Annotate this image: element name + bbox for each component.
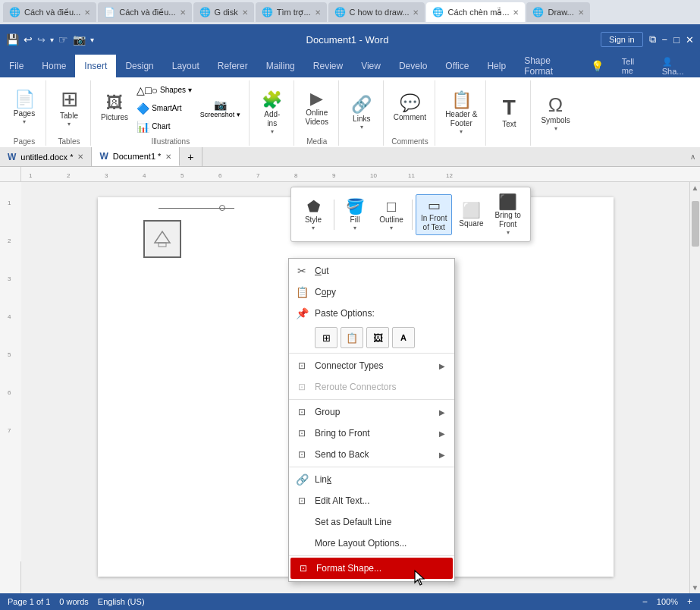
cm-set-default[interactable]: Set as Default Line bbox=[289, 511, 454, 533]
restore-icon[interactable]: ⧉ bbox=[649, 33, 656, 46]
tab-design[interactable]: Design bbox=[116, 55, 162, 77]
ribbon-links-button[interactable]: 🔗 Links ▾ bbox=[345, 94, 378, 133]
browser-tab-5[interactable]: 🌐 C how to draw... ✕ bbox=[328, 2, 425, 22]
paste-opt-1[interactable]: ⊞ bbox=[315, 327, 337, 348]
paste-opt-4[interactable]: A bbox=[392, 327, 415, 348]
tab-insert[interactable]: Insert bbox=[75, 55, 116, 77]
cm-arrow-7: ▶ bbox=[439, 451, 445, 459]
square-wrap-button[interactable]: ⬜ Square bbox=[454, 199, 488, 231]
ribbon-pages-button[interactable]: 📄 Pages ▾ bbox=[8, 89, 41, 127]
close-doc-2[interactable]: ✕ bbox=[165, 152, 171, 161]
paste-opt-2[interactable]: 📋 bbox=[341, 327, 363, 348]
cm-link[interactable]: 🔗 Link bbox=[289, 469, 454, 490]
fill-button[interactable]: 🪣 Fill ▾ bbox=[337, 195, 372, 234]
tab-mailing[interactable]: Mailing bbox=[257, 55, 304, 77]
tab-view[interactable]: View bbox=[352, 55, 390, 77]
doc-tab-new[interactable]: + bbox=[180, 147, 202, 166]
browser-tab-2[interactable]: 📄 Cách và điều... ✕ bbox=[98, 2, 191, 22]
ribbon-shapes-button[interactable]: △□○ Shapes ▾ bbox=[133, 82, 195, 99]
lightbulb-icon[interactable]: 💡 bbox=[582, 55, 613, 77]
bring-to-front-toolbar-button[interactable]: ⬛ Bring toFront ▾ bbox=[490, 190, 525, 238]
save-icon[interactable]: 💾 bbox=[6, 33, 19, 46]
vertical-scrollbar[interactable]: ▲ ▼ bbox=[689, 182, 700, 593]
tab-shape-format[interactable]: Shape Format bbox=[515, 55, 582, 77]
cm-edit-alt[interactable]: ⊡ Edit Alt Text... bbox=[289, 490, 454, 511]
zoom-out-icon[interactable]: − bbox=[642, 596, 648, 607]
close-tab-3[interactable]: ✕ bbox=[242, 8, 248, 17]
ribbon-symbols-button[interactable]: Ω Symbols ▾ bbox=[537, 93, 573, 134]
close-tab-6[interactable]: ✕ bbox=[513, 8, 519, 17]
ribbon-text-button[interactable]: T Text bbox=[492, 95, 526, 131]
ribbon-screenshot-button[interactable]: 📷 Screenshot ▾ bbox=[196, 96, 244, 121]
collapse-ribbon-icon[interactable]: ∧ bbox=[686, 152, 700, 161]
style-button[interactable]: ⬟ Style ▾ bbox=[296, 195, 331, 234]
redo-icon[interactable]: ↪ bbox=[37, 34, 46, 46]
minimize-icon[interactable]: − bbox=[662, 34, 668, 46]
ribbon-comment-button[interactable]: 💬 Comment bbox=[390, 93, 430, 124]
cm-send-to-back[interactable]: ⊡ Send to Back ▶ bbox=[289, 444, 454, 465]
ribbon-smartart-button[interactable]: 🔷 SmartArt bbox=[133, 100, 195, 117]
browser-tab-3[interactable]: 🌐 G disk ✕ bbox=[193, 2, 254, 22]
cm-format-shape[interactable]: ⊡ Format Shape... bbox=[290, 558, 453, 579]
close-tab-4[interactable]: ✕ bbox=[315, 8, 321, 17]
close-tab-2[interactable]: ✕ bbox=[180, 8, 186, 17]
cm-bring-to-front[interactable]: ⊡ Bring to Front ▶ bbox=[289, 423, 454, 444]
scroll-up-arrow[interactable]: ▲ bbox=[690, 182, 700, 193]
close-tab-5[interactable]: ✕ bbox=[413, 8, 419, 17]
shape-object[interactable] bbox=[143, 220, 181, 258]
tab-help[interactable]: Help bbox=[478, 55, 515, 77]
close-tab-1[interactable]: ✕ bbox=[84, 8, 90, 17]
send-back-cm-icon: ⊡ bbox=[295, 448, 309, 461]
close-doc-1[interactable]: ✕ bbox=[77, 152, 83, 161]
svg-text:6: 6 bbox=[218, 172, 222, 179]
cm-copy[interactable]: 📋 Copy bbox=[289, 281, 454, 303]
tab-references[interactable]: Referer bbox=[209, 55, 257, 77]
zoom-in-icon[interactable]: + bbox=[687, 596, 692, 607]
ribbon-pictures-button[interactable]: 🖼 Pictures bbox=[97, 93, 132, 124]
ribbon-online-video-button[interactable]: ▶ OnlineVideos bbox=[300, 88, 334, 129]
ribbon-addins-button[interactable]: 🧩 Add-ins ▾ bbox=[256, 90, 289, 137]
copy-icon: 📋 bbox=[295, 285, 309, 299]
tell-me-field[interactable]: Tell me bbox=[613, 55, 653, 77]
word-count-status: 0 words bbox=[59, 597, 89, 606]
browser-tab-6[interactable]: 🌐 Cách chèn mẫ... ✕ bbox=[426, 2, 525, 22]
tab-file[interactable]: File bbox=[0, 55, 33, 77]
tab-home[interactable]: Home bbox=[33, 55, 75, 77]
maximize-icon[interactable]: □ bbox=[673, 34, 680, 46]
touch-icon[interactable]: ☞ bbox=[58, 33, 68, 46]
cm-cut[interactable]: ✂ Cut bbox=[289, 260, 454, 281]
share-icon[interactable]: 👤 Sha... bbox=[653, 55, 700, 77]
outline-button[interactable]: □ Outline ▾ bbox=[374, 196, 409, 234]
in-front-text-button[interactable]: ▭ In Frontof Text bbox=[416, 194, 452, 235]
ribbon-chart-button[interactable]: 📊 Chart bbox=[133, 118, 195, 135]
tab-office[interactable]: Office bbox=[436, 55, 478, 77]
paste-opt-3[interactable]: 🖼 bbox=[366, 327, 389, 348]
addins-icon: 🧩 bbox=[262, 92, 282, 108]
tab-review[interactable]: Review bbox=[304, 55, 352, 77]
more-qat-icon[interactable]: ▾ bbox=[90, 36, 94, 44]
browser-tab-4[interactable]: 🌐 Tìm trợ... ✕ bbox=[256, 2, 327, 22]
cm-more-layout[interactable]: More Layout Options... bbox=[289, 533, 454, 554]
scroll-down-arrow[interactable]: ▼ bbox=[690, 582, 700, 593]
screenshot-icon[interactable]: 📷 bbox=[73, 33, 86, 46]
tab-layout[interactable]: Layout bbox=[163, 55, 209, 77]
ribbon-table-button[interactable]: ⊞ Table ▾ bbox=[52, 86, 86, 130]
close-tab-7[interactable]: ✕ bbox=[578, 8, 584, 17]
cm-connector-types[interactable]: ⊡ Connector Types ▶ bbox=[289, 355, 454, 376]
cm-group[interactable]: ⊡ Group ▶ bbox=[289, 401, 454, 423]
close-app-icon[interactable]: ✕ bbox=[686, 34, 694, 46]
pictures-icon: 🖼 bbox=[106, 95, 123, 112]
scroll-thumb[interactable] bbox=[692, 201, 699, 247]
style-icon: ⬟ bbox=[307, 197, 320, 215]
browser-tab-7[interactable]: 🌐 Draw... ✕ bbox=[526, 2, 589, 22]
undo-icon[interactable]: ↩ bbox=[24, 33, 33, 46]
customize-qat-icon[interactable]: ▾ bbox=[50, 36, 54, 44]
tab-developer[interactable]: Develo bbox=[390, 55, 436, 77]
sign-in-button[interactable]: Sign in bbox=[601, 32, 643, 47]
browser-tab-1[interactable]: 🌐 Cách và điều... ✕ bbox=[3, 2, 96, 22]
group-icon: ⊡ bbox=[295, 405, 309, 419]
doc-tab-2[interactable]: W Document1 * ✕ bbox=[92, 147, 180, 166]
doc-tab-1[interactable]: W untitled.docx * ✕ bbox=[0, 147, 92, 166]
cm-sep-4 bbox=[289, 555, 454, 556]
ribbon-headerfooter-button[interactable]: 📋 Header &Footer ▾ bbox=[441, 90, 481, 137]
